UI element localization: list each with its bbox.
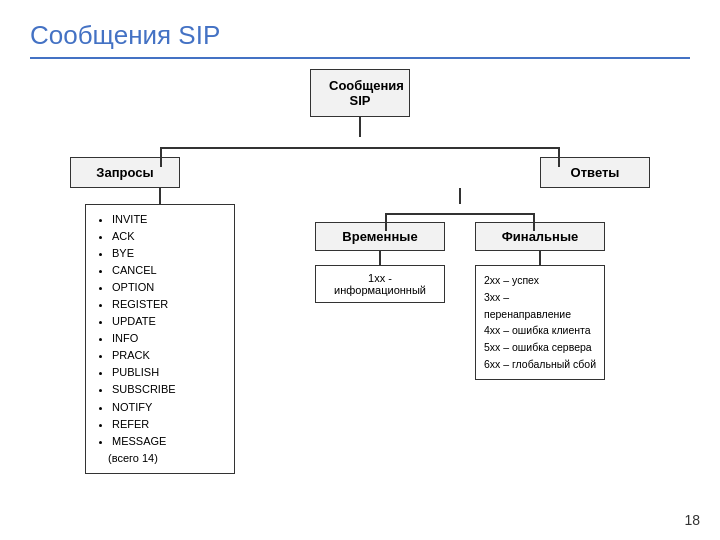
otvety-children-row: Временные 1xx - информационный Финальные… [310,222,610,380]
vremennye-content: 1xx - информационный [315,265,445,303]
zaprosy-section: INVITE ACK BYE CANCEL OPTION REGISTER UP… [70,188,250,474]
vremennye-section: Временные 1xx - информационный [310,222,450,380]
list-item: REGISTER [112,296,224,313]
node-zaprosy: Запросы [70,157,180,188]
diagram-area: Сообщения SIP Запросы Ответы INVITE [30,69,690,474]
list-item: SUBSCRIBE [112,381,224,398]
zaprosy-list-box: INVITE ACK BYE CANCEL OPTION REGISTER UP… [85,204,235,474]
node-otvety: Ответы [540,157,650,188]
list-item: BYE [112,245,224,262]
list-item: ACK [112,228,224,245]
finalnye-section: Финальные 2xx – успех 3xx – перенаправле… [470,222,610,380]
list-item: CANCEL [112,262,224,279]
final-line: 2xx – успех [484,272,596,289]
vremennye-connector [379,251,381,265]
list-item: PUBLISH [112,364,224,381]
page-number: 18 [684,512,700,528]
level2-content-row: INVITE ACK BYE CANCEL OPTION REGISTER UP… [70,188,650,474]
final-line: 6xx – глобальный сбой [484,356,596,373]
zaprosy-connector [159,188,161,204]
list-item: INVITE [112,211,224,228]
list-item: MESSAGE [112,433,224,450]
finalnye-content: 2xx – успех 3xx – перенаправление 4xx – … [475,265,605,380]
finalnye-node: Финальные [475,222,605,251]
list-item-total: (всего 14) [108,450,224,467]
final-line: 4xx – ошибка клиента [484,322,596,339]
list-item: REFER [112,416,224,433]
list-item: UPDATE [112,313,224,330]
list-item: OPTION [112,279,224,296]
page-title: Сообщения SIP [30,20,690,59]
list-item: PRACK [112,347,224,364]
level2-hline [70,137,650,157]
final-line: 3xx – перенаправление [484,289,596,323]
vremennye-node: Временные [315,222,445,251]
zaprosy-list: INVITE ACK BYE CANCEL OPTION REGISTER UP… [96,211,224,467]
root-connector [359,117,361,137]
otvety-section: Временные 1xx - информационный Финальные… [270,188,650,380]
root-node: Сообщения SIP [310,69,410,117]
finalnye-connector [539,251,541,265]
otvety-hline [310,204,610,222]
final-line: 5xx – ошибка сервера [484,339,596,356]
level2-row: Запросы Ответы [70,157,650,188]
list-item: NOTIFY [112,399,224,416]
list-item: INFO [112,330,224,347]
otvety-connector [459,188,461,204]
